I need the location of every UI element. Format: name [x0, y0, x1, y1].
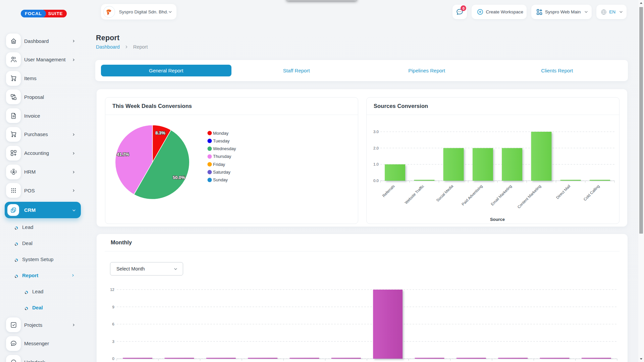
workspace-selector[interactable]: Syspro Digital Sdn. Bhd. — [101, 4, 177, 20]
sources-conversion-bar-chart: 0.01.02.03.0ReferralsWebsite TrafficSoci… — [367, 115, 620, 224]
language-selector[interactable]: EN — [596, 5, 627, 19]
scrollbar-thumb[interactable] — [639, 7, 643, 234]
charts-row-card: This Week Deals Conversions 8.3%50.0%41.… — [97, 89, 627, 227]
svg-text:Content Marketing: Content Marketing — [517, 184, 542, 209]
chevron-down-icon — [584, 10, 588, 14]
svg-text:Email Marketing: Email Marketing — [490, 184, 513, 206]
sidebar-subitem-lead[interactable]: Lead — [0, 283, 95, 299]
users-icon — [6, 52, 21, 67]
tab-staff-report[interactable]: Staff Report — [231, 65, 362, 76]
sidebar-subitem-label: Lead — [32, 283, 43, 299]
sidebar-item-label: CRM — [24, 202, 36, 218]
sidebar-item-label: HRM — [24, 165, 36, 179]
sidebar-item-label: User Management — [24, 52, 65, 67]
page-scrollbar[interactable] — [638, 0, 644, 362]
tab-clients-report[interactable]: Clients Report — [492, 65, 623, 76]
ring-bullet-icon — [24, 290, 28, 293]
language-label: EN — [609, 9, 615, 14]
sidebar-subitem-deal[interactable]: Deal — [0, 299, 95, 315]
sidebar-item-invoice[interactable]: Invoice — [0, 108, 95, 127]
message-icon — [6, 336, 21, 351]
focal-suite-logo[interactable]: FOCAL SUITE — [21, 10, 67, 17]
svg-text:Social Media: Social Media — [435, 184, 454, 202]
svg-text:12: 12 — [110, 288, 114, 292]
create-workspace-button[interactable]: Create Workspace — [472, 5, 527, 19]
sidebar-subitem-label: Deal — [32, 299, 43, 315]
home-icon — [6, 34, 21, 48]
sidebar-item-label: Purchases — [24, 127, 48, 142]
sidebar-menu: DashboardUser ManagementItemsProposalInv… — [0, 34, 95, 362]
report-tabs: General ReportStaff ReportPipelines Repo… — [95, 60, 628, 81]
weekly-deals-title: This Week Deals Conversions — [105, 98, 358, 115]
sidebar-item-crm[interactable]: CRM — [5, 202, 81, 218]
chevron-right-icon — [72, 323, 75, 327]
sidebar-item-dashboard[interactable]: Dashboard — [0, 34, 95, 52]
chevron-down-icon — [619, 10, 623, 14]
sidebar-item-purchases[interactable]: Purchases — [0, 127, 95, 146]
globe-icon — [600, 9, 607, 15]
sidebar-subitem-report[interactable]: Report — [0, 267, 95, 283]
tab-pipelines-report[interactable]: Pipelines Report — [362, 65, 492, 76]
svg-text:Paid Advertising: Paid Advertising — [461, 184, 483, 206]
legend-label: Sunday — [213, 177, 228, 182]
svg-text:Website Traffic: Website Traffic — [404, 184, 425, 205]
circle-plus-icon — [477, 8, 484, 15]
cart-icon — [6, 127, 21, 142]
headset-icon — [6, 355, 21, 362]
svg-text:50.0%: 50.0% — [173, 175, 185, 180]
tab-general-report[interactable]: General Report — [101, 65, 231, 76]
app-root: FOCAL SUITE DashboardUser ManagementItem… — [0, 0, 644, 362]
sidebar-subitem-lead[interactable]: Lead — [0, 219, 95, 235]
dots-grid-icon — [6, 183, 21, 198]
svg-text:0: 0 — [112, 357, 114, 361]
header-actions: 0 Create Workspace Syspro Web Main EN — [452, 5, 627, 19]
svg-text:0.0: 0.0 — [373, 179, 379, 183]
sidebar-item-user-management[interactable]: User Management — [0, 52, 95, 71]
sidebar-item-label: Dashboard — [24, 34, 49, 48]
sidebar-subitem-label: System Setup — [22, 251, 53, 267]
sidebar-subitem-label: Report — [22, 267, 38, 283]
sidebar-item-items[interactable]: Items — [0, 71, 95, 90]
breadcrumb-dashboard-link[interactable]: Dashboard — [96, 44, 120, 50]
ring-bullet-icon — [24, 306, 28, 309]
sidebar-subitem-label: Deal — [22, 235, 33, 251]
ring-bullet-icon — [14, 257, 18, 261]
legend-label: Thursday — [213, 154, 231, 159]
page-title: Report — [96, 34, 119, 42]
svg-text:3: 3 — [112, 340, 114, 344]
top-shadow-artifact — [286, 0, 357, 0]
ring-bullet-icon — [14, 274, 18, 277]
workspace-name: Syspro Digital Sdn. Bhd. — [119, 9, 168, 14]
sidebar-item-hrm[interactable]: HRM — [0, 165, 95, 183]
chevron-down-icon — [173, 267, 178, 271]
chevron-down-icon — [168, 10, 172, 14]
file-icon — [6, 108, 21, 123]
checkbox-icon — [6, 317, 21, 332]
legend-label: Saturday — [213, 170, 231, 175]
sidebar-item-projects[interactable]: Projects — [0, 317, 95, 336]
sidebar-item-helpdesk[interactable]: Helpdesk — [0, 355, 95, 362]
sidebar-item-messenger[interactable]: Messenger — [0, 336, 95, 355]
apps-plus-icon — [6, 146, 21, 161]
svg-text:6: 6 — [112, 322, 114, 326]
messages-button[interactable]: 0 — [452, 5, 467, 19]
chevron-right-icon — [71, 274, 75, 277]
sidebar-subitem-deal[interactable]: Deal — [0, 235, 95, 251]
user-scan-icon — [6, 165, 21, 179]
divider — [105, 251, 620, 251]
sidebar-item-proposal[interactable]: Proposal — [0, 89, 95, 108]
workspace-menu-label: Syspro Web Main — [545, 9, 581, 14]
overlap-squares-icon — [7, 204, 19, 216]
chevron-right-icon — [72, 170, 75, 174]
sidebar-item-label: Accounting — [24, 146, 49, 161]
legend-label: Monday — [213, 131, 229, 136]
chevron-right-icon — [72, 58, 75, 62]
sidebar-item-pos[interactable]: POS — [0, 183, 95, 202]
weekly-deals-pie-chart: 8.3%50.0%41.7%MondayTuesdayWednesdayThur… — [105, 115, 359, 224]
sources-conversion-title: Sources Conversion — [367, 98, 619, 115]
svg-text:8.3%: 8.3% — [155, 130, 165, 135]
sidebar-item-accounting[interactable]: Accounting — [0, 146, 95, 165]
workspace-menu-button[interactable]: Syspro Web Main — [531, 5, 592, 19]
svg-text:Direct Mail: Direct Mail — [555, 184, 571, 200]
sidebar-subitem-system-setup[interactable]: System Setup — [0, 251, 95, 267]
